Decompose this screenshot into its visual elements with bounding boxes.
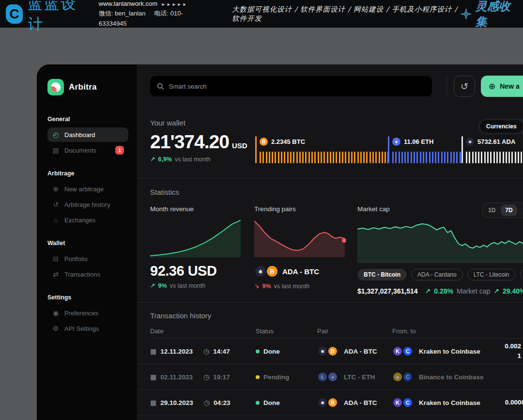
topbar-divider <box>446 75 447 97</box>
trending-pairs-card: Trending pairs ∗B ADA - BTC ↘9%vs last m… <box>254 205 345 290</box>
toggle-icon: ◉ <box>52 309 60 317</box>
month-revenue-chart <box>150 219 241 257</box>
table-row[interactable]: ▦02.11.2023 ◷19:17 Pending Ł♦LTC - ETH ◆… <box>137 364 523 390</box>
statistics-section: Statistics Month revenue 92.36 USD ↗9%vs… <box>137 178 523 303</box>
balance-change-suffix: vs last month <box>175 156 211 163</box>
coin-icon: B <box>327 346 338 357</box>
arrows-decor: ►►►►► <box>161 2 188 7</box>
coin-icon: ♦ <box>327 372 338 382</box>
tx-amount: 0.0000 <box>505 398 523 407</box>
holding-ada: ∗ 5732.61 ADA <box>461 136 523 163</box>
arrows-icon: ⇄ <box>52 270 60 278</box>
chip-ltc[interactable]: LTC - Litecoin <box>467 269 516 280</box>
month-revenue-card: Month revenue 92.36 USD ↗9%vs last month <box>150 205 241 289</box>
range-1d[interactable]: 1D <box>484 204 500 216</box>
nav-section-title: General <box>47 116 128 123</box>
banner-contact: www.lanlanwork.com►►►►► 微信: ben_lanlan电话… <box>99 0 206 29</box>
chip-ada[interactable]: ADA - Cardano <box>411 269 463 280</box>
tx-route: KCKraken to Coinbase <box>392 397 480 408</box>
trending-change: 9% <box>262 283 271 290</box>
up-arrow-icon: ↗ <box>150 156 155 163</box>
coin-icon: C <box>402 346 413 357</box>
sidebar-item-exchanges[interactable]: ⌂Exchanges <box>47 213 128 227</box>
holding-amount: 5732.61 ADA <box>477 138 515 145</box>
sidebar: Arbitra General◴Dashboard▤Documents1Arbi… <box>37 64 137 420</box>
history-button[interactable]: ↺ <box>454 76 475 97</box>
plus-circle-icon: ⊕ <box>489 81 495 92</box>
trending-pairs-chart <box>254 219 345 257</box>
sidebar-item-label: Preferences <box>64 310 98 317</box>
table-row[interactable]: ▦29.10.2023 ◷04:23 Done ∗BADA - BTC KCKr… <box>137 390 523 416</box>
coin-icon: C <box>402 372 413 382</box>
tx-status: Pending <box>256 373 289 381</box>
wallet-title: Your wallet <box>150 119 185 127</box>
holding-bars <box>466 151 523 163</box>
nav-section: Settings◉Preferences⚙API Settings <box>47 294 128 336</box>
search-input[interactable]: Smart search <box>150 76 432 96</box>
nav-section: General◴Dashboard▤Documents1 <box>47 116 128 157</box>
inspiration-collect[interactable]: 灵感收集 <box>461 0 516 30</box>
sidebar-item-portfolio[interactable]: ⊟Portfolio <box>47 251 128 266</box>
tx-pair: Ł♦LTC - ETH <box>317 372 375 382</box>
statistics-title: Statistics <box>150 188 179 196</box>
table-header: Date Status Pair From, to <box>137 327 523 338</box>
trending-suffix: vs last month <box>274 283 310 290</box>
wallet-section: Your wallet 21'374.20USD ↗6,9%vs last mo… <box>137 108 523 178</box>
up-arrow-icon: ↗ <box>425 287 431 295</box>
tx-pair: ∗BADA - BTC <box>317 397 377 408</box>
up-arrow-icon: ↗ <box>150 282 155 289</box>
chip-eth[interactable]: ETH - Ethereu <box>520 269 523 280</box>
clock-icon: ◷ <box>204 399 210 406</box>
col-fromto: From, to <box>392 327 415 335</box>
main-content: Smart search ↺ ⊕ New a Your wallet 21'37… <box>137 64 523 420</box>
app-brand: Arbitra <box>47 79 128 95</box>
app-window: Arbitra General◴Dashboard▤Documents1Arbi… <box>37 64 523 420</box>
coin-icon: K <box>392 397 403 408</box>
calendar-icon: ▦ <box>150 347 156 355</box>
gauge-icon: ◴ <box>52 131 60 139</box>
table-row[interactable]: ▦12.11.2023 ◷14:47 Done ∗BADA - BTC KCKr… <box>137 339 523 364</box>
btc-coin-icon: B <box>266 265 278 278</box>
nav-section: Arbitrage⊕New arbitrage↺Arbitrage histor… <box>47 170 128 227</box>
balance-value: 21'374.20 <box>150 131 229 152</box>
sidebar-item-label: New arbitrage <box>64 186 104 193</box>
coin-chips: BTC - BitcoinADA - CardanoLTC - Litecoin… <box>357 269 523 280</box>
holding-amount: 11.06 ETH <box>404 138 433 145</box>
tx-route: ◆CBinance to Coinbase <box>392 372 484 382</box>
search-icon <box>157 83 164 90</box>
sidebar-item-dashboard[interactable]: ◴Dashboard <box>47 127 128 142</box>
wallet-tab-currencies[interactable]: Currencies <box>480 120 523 133</box>
market-cap-chart <box>357 219 523 263</box>
sidebar-item-arbitrage-history[interactable]: ↺Arbitrage history <box>47 197 128 212</box>
sidebar-item-api-settings[interactable]: ⚙API Settings <box>47 321 128 336</box>
range-1m[interactable]: 1M <box>518 204 523 216</box>
bank-icon: ⌂ <box>52 216 60 224</box>
status-dot <box>256 349 260 353</box>
clock-icon: ◷ <box>203 347 209 355</box>
month-revenue-suffix: vs last month <box>170 282 206 289</box>
market-cap-stats: $1,327,027,361,514 ↗0.28%Market cap ↗29.… <box>357 287 523 295</box>
range-7d[interactable]: 7D <box>501 204 517 216</box>
sidebar-item-preferences[interactable]: ◉Preferences <box>47 306 128 320</box>
sidebar-item-transactions[interactable]: ⇄Transactions <box>47 267 128 281</box>
nav-section-title: Wallet <box>47 240 128 247</box>
plus-icon: ⊕ <box>52 185 60 193</box>
chip-btc[interactable]: BTC - Bitcoin <box>357 269 407 280</box>
wallet-icon: ⊟ <box>52 255 60 263</box>
cap-change: 0.28% <box>434 287 453 295</box>
col-date: Date <box>150 327 163 335</box>
holdings-sparkline: B 2.2345 BTC ♦ 11.06 ETH ∗ 5732.61 ADA <box>255 136 523 163</box>
new-arbitrage-button[interactable]: ⊕ New a <box>481 76 523 97</box>
transactions-title: Transaction history <box>150 311 211 320</box>
tx-date: ▦02.11.2023 ◷19:17 <box>150 373 230 381</box>
doc-count-badge: 1 <box>115 146 124 155</box>
sidebar-item-new-arbitrage[interactable]: ⊕New arbitrage <box>47 182 128 196</box>
history-icon: ↺ <box>52 201 60 208</box>
status-dot <box>256 401 260 404</box>
banner-url[interactable]: www.lanlanwork.com <box>99 0 157 7</box>
trending-pair: ∗B ADA - BTC <box>254 263 345 280</box>
holding-btc: B 2.2345 BTC <box>255 136 388 163</box>
balance-change: 6,9% <box>158 156 172 163</box>
calendar-icon: ▦ <box>150 373 156 381</box>
sidebar-item-documents[interactable]: ▤Documents1 <box>47 143 128 157</box>
